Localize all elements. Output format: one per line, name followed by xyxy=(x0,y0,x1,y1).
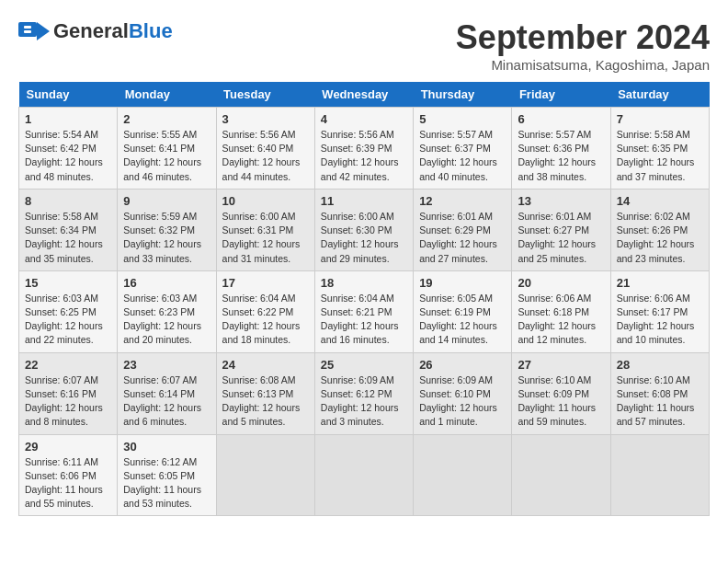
calendar-cell: 24Sunrise: 6:08 AM Sunset: 6:13 PM Dayli… xyxy=(216,352,314,434)
title-area: September 2024 Minamisatsuma, Kagoshima,… xyxy=(456,18,710,73)
day-number: 8 xyxy=(25,194,111,208)
day-number: 22 xyxy=(25,358,111,372)
day-number: 29 xyxy=(25,440,111,454)
location: Minamisatsuma, Kagoshima, Japan xyxy=(456,57,710,73)
day-number: 4 xyxy=(321,112,407,126)
calendar-cell: 7Sunrise: 5:58 AM Sunset: 6:35 PM Daylig… xyxy=(610,108,709,190)
day-number: 26 xyxy=(419,358,506,372)
day-detail: Sunrise: 5:58 AM Sunset: 6:34 PM Dayligh… xyxy=(25,210,111,266)
day-number: 17 xyxy=(222,276,309,290)
calendar-week-2: 8Sunrise: 5:58 AM Sunset: 6:34 PM Daylig… xyxy=(19,189,710,270)
day-number: 19 xyxy=(419,276,506,290)
day-number: 21 xyxy=(617,276,703,290)
weekday-header-wednesday: Wednesday xyxy=(314,82,413,108)
day-number: 13 xyxy=(518,194,604,208)
calendar-cell: 16Sunrise: 6:03 AM Sunset: 6:23 PM Dayli… xyxy=(118,270,216,352)
day-detail: Sunrise: 5:55 AM Sunset: 6:41 PM Dayligh… xyxy=(123,128,210,184)
calendar-cell: 28Sunrise: 6:10 AM Sunset: 6:08 PM Dayli… xyxy=(610,352,709,434)
day-detail: Sunrise: 6:04 AM Sunset: 6:22 PM Dayligh… xyxy=(222,292,309,348)
weekday-header-tuesday: Tuesday xyxy=(216,82,314,108)
day-number: 30 xyxy=(123,440,210,454)
day-detail: Sunrise: 5:57 AM Sunset: 6:37 PM Dayligh… xyxy=(419,128,506,184)
svg-rect-2 xyxy=(24,26,31,29)
calendar-week-4: 22Sunrise: 6:07 AM Sunset: 6:16 PM Dayli… xyxy=(19,352,710,434)
day-detail: Sunrise: 6:01 AM Sunset: 6:29 PM Dayligh… xyxy=(419,210,506,266)
calendar-cell: 17Sunrise: 6:04 AM Sunset: 6:22 PM Dayli… xyxy=(216,270,314,352)
day-detail: Sunrise: 6:03 AM Sunset: 6:25 PM Dayligh… xyxy=(25,292,111,348)
day-number: 16 xyxy=(123,276,210,290)
calendar-table: SundayMondayTuesdayWednesdayThursdayFrid… xyxy=(18,82,710,516)
weekday-header-sunday: Sunday xyxy=(19,82,118,108)
calendar-cell xyxy=(610,434,709,516)
calendar-cell: 26Sunrise: 6:09 AM Sunset: 6:10 PM Dayli… xyxy=(414,352,512,434)
calendar-cell: 12Sunrise: 6:01 AM Sunset: 6:29 PM Dayli… xyxy=(414,189,512,270)
logo: GeneralBlue xyxy=(18,18,173,44)
calendar-cell: 5Sunrise: 5:57 AM Sunset: 6:37 PM Daylig… xyxy=(414,108,512,190)
calendar-cell xyxy=(414,434,512,516)
day-detail: Sunrise: 6:07 AM Sunset: 6:16 PM Dayligh… xyxy=(25,373,111,430)
calendar-cell: 3Sunrise: 5:56 AM Sunset: 6:40 PM Daylig… xyxy=(216,108,314,190)
day-detail: Sunrise: 6:00 AM Sunset: 6:30 PM Dayligh… xyxy=(321,210,407,266)
svg-rect-3 xyxy=(24,30,31,33)
weekday-header-thursday: Thursday xyxy=(414,82,512,108)
day-detail: Sunrise: 6:11 AM Sunset: 6:06 PM Dayligh… xyxy=(25,455,111,511)
day-number: 11 xyxy=(321,194,407,208)
logo-text: GeneralBlue xyxy=(53,19,173,43)
calendar-cell: 25Sunrise: 6:09 AM Sunset: 6:12 PM Dayli… xyxy=(314,352,413,434)
day-number: 3 xyxy=(222,112,309,126)
calendar-cell: 8Sunrise: 5:58 AM Sunset: 6:34 PM Daylig… xyxy=(19,189,118,270)
day-detail: Sunrise: 5:56 AM Sunset: 6:40 PM Dayligh… xyxy=(222,128,309,184)
svg-marker-1 xyxy=(37,22,50,40)
day-number: 2 xyxy=(123,112,210,126)
logo-icon xyxy=(18,18,50,44)
day-detail: Sunrise: 5:56 AM Sunset: 6:39 PM Dayligh… xyxy=(321,128,407,184)
day-number: 7 xyxy=(617,112,703,126)
calendar-cell xyxy=(314,434,413,516)
day-detail: Sunrise: 6:06 AM Sunset: 6:18 PM Dayligh… xyxy=(518,292,604,348)
day-number: 10 xyxy=(222,194,309,208)
calendar-week-3: 15Sunrise: 6:03 AM Sunset: 6:25 PM Dayli… xyxy=(19,270,710,352)
calendar-cell: 4Sunrise: 5:56 AM Sunset: 6:39 PM Daylig… xyxy=(314,108,413,190)
day-detail: Sunrise: 5:58 AM Sunset: 6:35 PM Dayligh… xyxy=(617,128,703,184)
calendar-week-1: 1Sunrise: 5:54 AM Sunset: 6:42 PM Daylig… xyxy=(19,108,710,190)
day-number: 18 xyxy=(321,276,407,290)
day-detail: Sunrise: 6:02 AM Sunset: 6:26 PM Dayligh… xyxy=(617,210,703,266)
calendar-cell: 21Sunrise: 6:06 AM Sunset: 6:17 PM Dayli… xyxy=(610,270,709,352)
calendar-cell: 11Sunrise: 6:00 AM Sunset: 6:30 PM Dayli… xyxy=(314,189,413,270)
calendar-cell: 23Sunrise: 6:07 AM Sunset: 6:14 PM Dayli… xyxy=(118,352,216,434)
calendar-cell: 22Sunrise: 6:07 AM Sunset: 6:16 PM Dayli… xyxy=(19,352,118,434)
calendar-cell: 1Sunrise: 5:54 AM Sunset: 6:42 PM Daylig… xyxy=(19,108,118,190)
page-header: GeneralBlue September 2024 Minamisatsuma… xyxy=(18,18,710,73)
day-number: 6 xyxy=(518,112,604,126)
day-number: 23 xyxy=(123,358,210,372)
day-detail: Sunrise: 6:01 AM Sunset: 6:27 PM Dayligh… xyxy=(518,210,604,266)
day-detail: Sunrise: 6:08 AM Sunset: 6:13 PM Dayligh… xyxy=(222,373,309,430)
day-detail: Sunrise: 6:00 AM Sunset: 6:31 PM Dayligh… xyxy=(222,210,309,266)
calendar-week-5: 29Sunrise: 6:11 AM Sunset: 6:06 PM Dayli… xyxy=(19,434,710,516)
day-number: 12 xyxy=(419,194,506,208)
calendar-cell xyxy=(216,434,314,516)
calendar-cell: 14Sunrise: 6:02 AM Sunset: 6:26 PM Dayli… xyxy=(610,189,709,270)
day-detail: Sunrise: 5:54 AM Sunset: 6:42 PM Dayligh… xyxy=(25,128,111,184)
calendar-cell: 27Sunrise: 6:10 AM Sunset: 6:09 PM Dayli… xyxy=(512,352,610,434)
day-number: 27 xyxy=(518,358,604,372)
calendar-cell: 19Sunrise: 6:05 AM Sunset: 6:19 PM Dayli… xyxy=(414,270,512,352)
weekday-header-friday: Friday xyxy=(512,82,610,108)
day-number: 1 xyxy=(25,112,111,126)
day-number: 24 xyxy=(222,358,309,372)
weekday-header-saturday: Saturday xyxy=(610,82,709,108)
calendar-cell: 6Sunrise: 5:57 AM Sunset: 6:36 PM Daylig… xyxy=(512,108,610,190)
svg-rect-0 xyxy=(18,22,37,37)
day-number: 15 xyxy=(25,276,111,290)
day-detail: Sunrise: 6:06 AM Sunset: 6:17 PM Dayligh… xyxy=(617,292,703,348)
calendar-cell: 13Sunrise: 6:01 AM Sunset: 6:27 PM Dayli… xyxy=(512,189,610,270)
day-detail: Sunrise: 6:09 AM Sunset: 6:12 PM Dayligh… xyxy=(321,373,407,430)
day-number: 5 xyxy=(419,112,506,126)
month-title: September 2024 xyxy=(456,18,710,57)
day-detail: Sunrise: 6:05 AM Sunset: 6:19 PM Dayligh… xyxy=(419,292,506,348)
calendar-cell: 9Sunrise: 5:59 AM Sunset: 6:32 PM Daylig… xyxy=(118,189,216,270)
calendar-cell: 10Sunrise: 6:00 AM Sunset: 6:31 PM Dayli… xyxy=(216,189,314,270)
day-detail: Sunrise: 6:04 AM Sunset: 6:21 PM Dayligh… xyxy=(321,292,407,348)
calendar-cell: 15Sunrise: 6:03 AM Sunset: 6:25 PM Dayli… xyxy=(19,270,118,352)
calendar-cell: 18Sunrise: 6:04 AM Sunset: 6:21 PM Dayli… xyxy=(314,270,413,352)
